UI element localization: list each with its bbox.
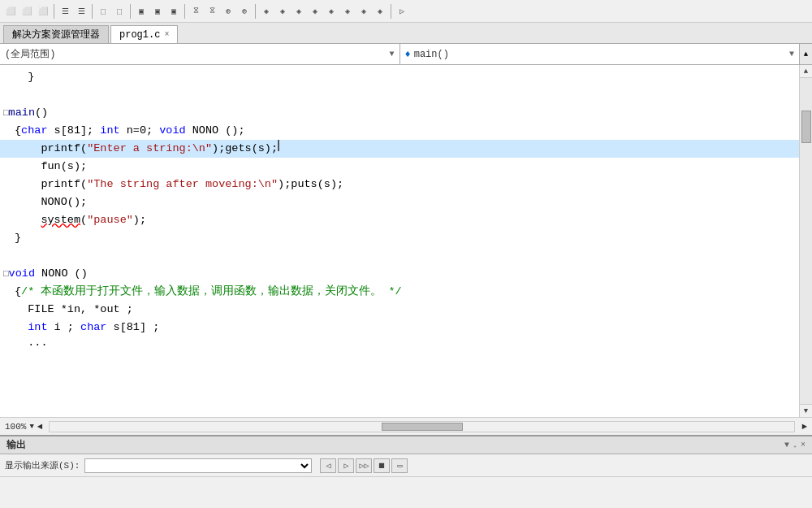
line-prefix-1 xyxy=(3,68,15,86)
tab-prog1c-label: prog1.c xyxy=(119,29,160,41)
output-header-actions: ▼ ₊ × xyxy=(784,441,806,450)
toolbar-icon-12[interactable]: ⧖ xyxy=(205,4,219,19)
scroll-down-button[interactable]: ▼ xyxy=(800,404,812,417)
scroll-thumb[interactable] xyxy=(801,111,811,143)
tab-prog1c[interactable]: prog1.c × xyxy=(110,25,178,43)
output-source-label: 显示输出来源(S): xyxy=(5,459,80,471)
toolbar-icon-5[interactable]: ☰ xyxy=(74,4,89,19)
scope-dropdown-icon[interactable]: ▼ xyxy=(389,50,394,59)
diamond-icon: ♦ xyxy=(405,49,411,60)
scope-label: (全局范围) xyxy=(5,47,55,61)
scroll-track xyxy=(800,78,812,404)
toolbar-icon-7[interactable]: ⬚ xyxy=(112,4,127,19)
collapse-main[interactable]: □ xyxy=(3,104,9,122)
code-line-blank xyxy=(0,86,799,104)
toolbar-icon-6[interactable]: ⬚ xyxy=(96,4,110,19)
toolbar-icon-10[interactable]: ▣ xyxy=(166,4,181,19)
code-line-close-main: } xyxy=(0,229,799,247)
code-line-blank2 xyxy=(0,247,799,265)
toolbar-icon-15[interactable]: ◈ xyxy=(259,4,274,19)
toolbar-icon-11[interactable]: ⧖ xyxy=(188,4,203,19)
editor-content[interactable]: } □ main() { char s[81]; int n=0; void N… xyxy=(0,65,799,417)
toolbar-icon-19[interactable]: ◈ xyxy=(324,4,339,19)
toolbar-icon-21[interactable]: ◈ xyxy=(356,4,371,19)
code-line-ellipsis: ··· xyxy=(0,336,799,354)
code-line-int: int i ; char s[81] ; xyxy=(0,319,799,336)
code-line-fun: fun(s); xyxy=(0,158,799,176)
tab-solution-label: 解决方案资源管理器 xyxy=(12,28,100,41)
collapse-nono[interactable]: □ xyxy=(3,265,9,283)
toolbar-icon-23[interactable]: ▷ xyxy=(395,4,409,19)
output-icon-stop[interactable]: ⏹ xyxy=(374,458,390,473)
code-line-decl: { char s[81]; int n=0; void NONO (); xyxy=(0,122,799,140)
scroll-left-button[interactable]: ◄ xyxy=(37,422,43,432)
code-line-printf2: printf( "The string after moveing:\n" );… xyxy=(0,176,799,193)
scroll-right-button[interactable]: ► xyxy=(801,422,807,432)
code-line-printf1: printf( "Enter a string:\n" );gets(s); xyxy=(0,140,799,158)
code-line-1: } xyxy=(0,68,799,86)
output-title: 输出 xyxy=(6,438,784,452)
zoom-dropdown[interactable]: ▼ xyxy=(29,423,33,431)
editor-wrapper: } □ main() { char s[81]; int n=0; void N… xyxy=(0,65,812,417)
toolbar-icon-3[interactable]: ⬜ xyxy=(36,4,50,19)
output-icon-forward[interactable]: ▷ xyxy=(338,458,354,473)
output-dock-button[interactable]: ₊ xyxy=(793,441,797,450)
output-pin-button[interactable]: ▼ xyxy=(784,441,789,449)
tab-bar: 解决方案资源管理器 prog1.c × xyxy=(0,23,812,44)
toolbar-icon-18[interactable]: ◈ xyxy=(308,4,322,19)
output-toolbar-icons: ◁ ▷ ▷▷ ⏹ ▭ xyxy=(320,458,408,473)
output-toolbar: 显示输出来源(S): ◁ ▷ ▷▷ ⏹ ▭ xyxy=(0,454,812,477)
scroll-up-button[interactable]: ▲ xyxy=(800,65,812,78)
nav-scroll-right[interactable]: ▲ xyxy=(799,44,812,64)
toolbar-icon-4[interactable]: ☰ xyxy=(58,4,72,19)
toolbar-icon-22[interactable]: ◈ xyxy=(373,4,387,19)
output-icon-clear[interactable]: ▭ xyxy=(391,458,408,473)
output-source-select[interactable] xyxy=(84,458,312,473)
toolbar-icon-1[interactable]: ⬜ xyxy=(3,4,18,19)
output-header: 输出 ▼ ₊ × xyxy=(0,436,812,454)
scrollbar-horizontal[interactable] xyxy=(49,421,795,432)
toolbar-icon-17[interactable]: ◈ xyxy=(292,4,306,19)
zoom-level: 100% xyxy=(5,422,26,432)
scope-selector[interactable]: (全局范围) ▼ xyxy=(0,44,400,64)
code-line-nono-def: □ void NONO () xyxy=(0,265,799,283)
output-icon-back[interactable]: ◁ xyxy=(320,458,336,473)
toolbar-icon-9[interactable]: ▣ xyxy=(150,4,165,19)
function-dropdown-icon[interactable]: ▼ xyxy=(789,50,794,59)
cursor xyxy=(278,140,279,151)
nav-bar: (全局范围) ▼ ♦ main() ▼ ▲ xyxy=(0,44,812,65)
output-panel: 输出 ▼ ₊ × 显示输出来源(S): ◁ ▷ ▷▷ ⏹ ▭ xyxy=(0,435,812,508)
toolbar-icon-2[interactable]: ⬜ xyxy=(19,4,34,19)
toolbar: ⬜ ⬜ ⬜ ☰ ☰ ⬚ ⬚ ▣ ▣ ▣ ⧖ ⧖ ⊕ ⊕ ◈ ◈ ◈ ◈ ◈ ◈ … xyxy=(0,0,812,23)
toolbar-icon-13[interactable]: ⊕ xyxy=(221,4,235,19)
toolbar-icon-14[interactable]: ⊕ xyxy=(237,4,252,19)
toolbar-icon-16[interactable]: ◈ xyxy=(275,4,290,19)
code-line-main: □ main() xyxy=(0,104,799,122)
tab-solution-explorer[interactable]: 解决方案资源管理器 xyxy=(3,25,109,43)
code-line-file: FILE *in, *out ; xyxy=(0,301,799,319)
toolbar-icon-8[interactable]: ▣ xyxy=(134,4,149,19)
code-line-system: system ( "pause" ); xyxy=(0,211,799,229)
output-icon-forward2[interactable]: ▷▷ xyxy=(356,458,372,473)
tab-close-icon[interactable]: × xyxy=(164,30,169,39)
function-selector[interactable]: ♦ main() ▼ xyxy=(400,44,800,64)
function-label: main() xyxy=(414,49,449,60)
code-line-comment: { /* 本函数用于打开文件，输入数据，调用函数，输出数据，关闭文件。 */ xyxy=(0,283,799,301)
scrollbar-vertical[interactable]: ▲ ▼ xyxy=(799,65,812,417)
status-bar: 100% ▼ ◄ ► xyxy=(0,417,812,435)
code-line-nono-call: NONO(); xyxy=(0,193,799,211)
toolbar-icon-20[interactable]: ◈ xyxy=(340,4,355,19)
output-close-button[interactable]: × xyxy=(801,441,806,449)
scroll-h-thumb[interactable] xyxy=(382,423,463,431)
